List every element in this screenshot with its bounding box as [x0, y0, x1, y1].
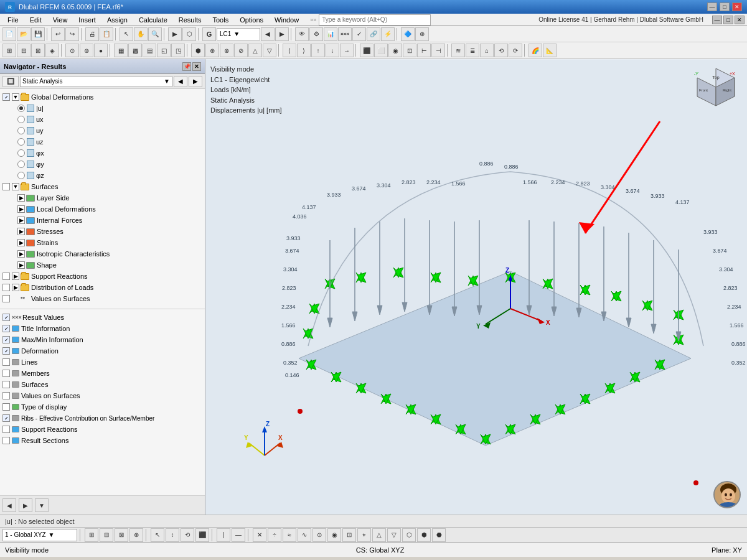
nav-scroll-next[interactable]: ▶	[19, 498, 32, 512]
tree-layer-side[interactable]: ▶ Layer Side	[0, 192, 205, 203]
bottom-type-display[interactable]: Type of display	[0, 401, 205, 413]
vs-check[interactable]	[2, 295, 10, 302]
bottom-maxmin-info[interactable]: ✓ Max/Min Information	[0, 334, 205, 345]
coord-system-combo[interactable]: 1 - Global XYZ ▼	[2, 529, 77, 541]
lines-check[interactable]	[2, 358, 10, 366]
tb2-30[interactable]: ≋	[451, 44, 465, 57]
tree-distribution-loads[interactable]: ▶ Distribution of Loads	[0, 282, 205, 293]
tb-redo[interactable]: ↪	[65, 27, 79, 41]
tree-surfaces[interactable]: ▼ Surfaces	[0, 181, 205, 192]
btb-3[interactable]: ⊠	[115, 528, 128, 542]
tb-open[interactable]: 📂	[17, 27, 31, 41]
nav-scroll-down[interactable]: ▼	[35, 498, 49, 512]
tb2-31[interactable]: ≣	[466, 44, 479, 57]
menu-assign[interactable]: Assign	[102, 14, 133, 26]
btb-14[interactable]: ∿	[298, 528, 311, 542]
btb-9[interactable]: |	[217, 528, 230, 542]
tb2-36[interactable]: 📐	[543, 44, 557, 57]
tree-values-surfaces[interactable]: ** Values on Surfaces	[0, 293, 205, 304]
tb2-26[interactable]: ◉	[388, 44, 402, 57]
menu-insert[interactable]: Insert	[73, 14, 101, 26]
tb-xxx[interactable]: ×××	[338, 27, 352, 41]
iso-expand[interactable]: ▶	[17, 250, 25, 258]
tb2-32[interactable]: ⌂	[480, 44, 494, 57]
tb2-4[interactable]: ◈	[45, 44, 59, 57]
tree-uy[interactable]: uy	[0, 125, 205, 136]
tb-eye[interactable]: 👁	[295, 27, 309, 41]
tree-phix[interactable]: φx	[0, 147, 205, 159]
mm-check[interactable]: ✓	[2, 336, 10, 343]
tb-copy[interactable]: 📋	[100, 27, 113, 41]
tree-u-abs[interactable]: |u|	[0, 103, 205, 114]
tb2-5[interactable]: ⊙	[65, 44, 79, 57]
btb-7[interactable]: ⟲	[181, 528, 194, 542]
gd-check[interactable]: ✓	[2, 93, 10, 101]
nav-close-btn[interactable]: ✕	[192, 62, 201, 71]
tb2-9[interactable]: ▩	[128, 44, 142, 57]
tb-check[interactable]: ✓	[352, 27, 366, 41]
tb2-34[interactable]: ⟳	[509, 44, 522, 57]
bottom-values-surfaces[interactable]: Values on Surfaces	[0, 390, 205, 401]
tb2-25[interactable]: ⬜	[374, 44, 388, 57]
tb2-17[interactable]: △	[248, 44, 262, 57]
minimize-button[interactable]: —	[707, 2, 717, 11]
btb-23[interactable]: ⬣	[432, 528, 446, 542]
dl-expand[interactable]: ▶	[12, 284, 19, 291]
btb-8[interactable]: ⬛	[195, 528, 209, 542]
bottom-surfaces[interactable]: Surfaces	[0, 379, 205, 390]
stress-expand[interactable]: ▶	[17, 228, 25, 235]
btb-17[interactable]: ⊡	[342, 528, 356, 542]
bottom-ribs[interactable]: ✓ Ribs - Effective Contribution on Surfa…	[0, 413, 205, 424]
tb-lc-next[interactable]: ▶	[275, 27, 289, 41]
uy-radio[interactable]	[17, 127, 25, 134]
tb2-33[interactable]: ⟲	[494, 44, 508, 57]
phix-radio[interactable]	[17, 149, 25, 157]
tb-link[interactable]: 🔗	[367, 27, 380, 41]
tree-shape[interactable]: ▶ Shape	[0, 259, 205, 271]
rv-check[interactable]: ✓	[2, 314, 10, 321]
tb2-29[interactable]: ⊣	[431, 44, 445, 57]
panel-min-btn[interactable]: —	[712, 16, 722, 24]
tb-wire[interactable]: ⬡	[182, 27, 196, 41]
btb-22[interactable]: ⬢	[417, 528, 431, 542]
btb-16[interactable]: ◉	[327, 528, 341, 542]
btb-18[interactable]: ⌖	[357, 528, 371, 542]
tb2-13[interactable]: ⬢	[191, 44, 205, 57]
btb-11[interactable]: ✕	[253, 528, 266, 542]
tb-bolt[interactable]: ⚡	[381, 27, 395, 41]
btb-4[interactable]: ⊕	[129, 528, 143, 542]
btb-5[interactable]: ↖	[151, 528, 164, 542]
tree-strains[interactable]: ▶ Strains	[0, 237, 205, 248]
tree-uz[interactable]: uz	[0, 136, 205, 147]
tree-stresses[interactable]: ▶ Stresses	[0, 226, 205, 237]
tree-global-deformations[interactable]: ✓ ▼ Global Deformations	[0, 91, 205, 103]
tb-print[interactable]: 🖨	[85, 27, 99, 41]
menu-view[interactable]: View	[48, 14, 73, 26]
tb-g-icon[interactable]: G	[202, 27, 216, 41]
nav-analysis-dropdown[interactable]: Static Analysis ▼	[20, 76, 172, 87]
tree-isotropic[interactable]: ▶ Isotropic Characteristics	[0, 248, 205, 259]
menu-file[interactable]: File	[2, 14, 24, 26]
nav-icon-btn[interactable]: 🔲	[2, 76, 19, 87]
nav-prev-btn[interactable]: ◀	[174, 76, 187, 87]
tb2-10[interactable]: ▤	[143, 44, 156, 57]
tb-axis[interactable]: ⊕	[415, 27, 429, 41]
maximize-button[interactable]: □	[720, 2, 730, 11]
bottom-result-sections[interactable]: Result Sections	[0, 435, 205, 446]
sr-check[interactable]	[2, 273, 10, 280]
tb-new[interactable]: 📄	[2, 27, 16, 41]
ls-expand[interactable]: ▶	[17, 194, 25, 202]
bottom-deformation[interactable]: ✓ Deformation	[0, 345, 205, 357]
ux-radio[interactable]	[17, 116, 25, 123]
tb2-2[interactable]: ⊟	[17, 44, 31, 57]
tb-result[interactable]: 📊	[324, 27, 337, 41]
tb-pan[interactable]: ✋	[134, 27, 148, 41]
tb-undo[interactable]: ↩	[51, 27, 65, 41]
search-input[interactable]	[319, 14, 431, 26]
tree-ux[interactable]: ux	[0, 114, 205, 125]
tb2-19[interactable]: ⟨	[283, 44, 296, 57]
btb-12[interactable]: ÷	[268, 528, 281, 542]
tree-internal-forces[interactable]: ▶ Internal Forces	[0, 215, 205, 226]
tb2-21[interactable]: ↑	[311, 44, 325, 57]
bsurf-check[interactable]	[2, 381, 10, 388]
